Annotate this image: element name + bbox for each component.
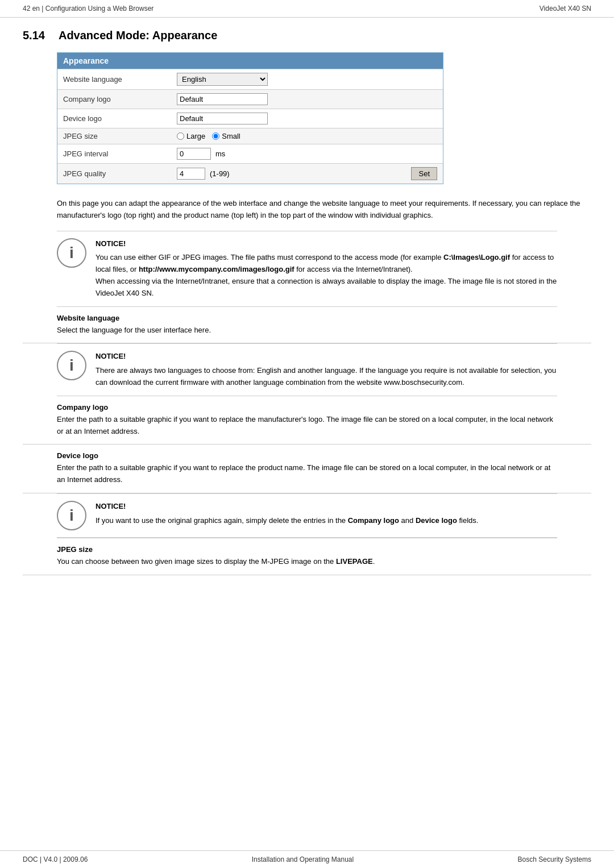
device-logo-row: Device logo (57, 109, 443, 128)
header-right: VideoJet X40 SN (540, 5, 591, 13)
company-logo-section-text: Enter the path to a suitable graphic if … (57, 414, 557, 438)
notice-2-content: NOTICE! There are always two languages t… (96, 351, 557, 388)
jpeg-size-section-text: You can choose between two given image s… (57, 556, 557, 568)
notice-2-block: i NOTICE! There are always two languages… (57, 343, 557, 396)
main-content: 5.14 Advanced Mode: Appearance Appearanc… (0, 18, 614, 587)
website-language-select[interactable]: English (177, 73, 268, 86)
notice-2-text: There are always two languages to choose… (96, 365, 557, 389)
appearance-table-header: Appearance (57, 53, 443, 69)
notice-1-title: NOTICE! (96, 238, 557, 250)
jpeg-interval-row: JPEG interval ms (57, 144, 443, 163)
notice-1-icon: i (57, 238, 86, 268)
notice-2-wrapper: i NOTICE! There are always two languages… (23, 343, 591, 396)
footer-right: Bosch Security Systems (518, 855, 591, 863)
jpeg-size-large-label: Large (186, 132, 205, 140)
device-logo-section-title: Device logo (57, 451, 557, 460)
jpeg-size-row: JPEG size Large Small (57, 128, 443, 144)
company-logo-section: Company logo Enter the path to a suitabl… (23, 396, 591, 445)
company-logo-input[interactable] (177, 93, 268, 105)
jpeg-size-section-title: JPEG size (57, 545, 557, 554)
company-logo-row: Company logo (57, 89, 443, 109)
notice-1-content: NOTICE! You can use either GIF or JPEG i… (96, 238, 557, 300)
notice-2-title: NOTICE! (96, 351, 557, 363)
website-language-section-title: Website language (57, 314, 557, 322)
notice-3-wrapper: i NOTICE! If you want to use the origina… (23, 493, 591, 538)
jpeg-quality-label: JPEG quality (63, 169, 177, 178)
notice-3-company-logo-ref: Company logo (348, 516, 399, 525)
notice-1-wrapper: i NOTICE! You can use either GIF or JPEG… (23, 231, 591, 307)
footer-left: DOC | V4.0 | 2009.06 (23, 855, 88, 863)
jpeg-size-section: JPEG size You can choose between two giv… (23, 538, 591, 575)
header-left: 42 en | Configuration Using a Web Browse… (23, 5, 154, 13)
jpeg-size-value: Large Small (177, 132, 437, 140)
livepage-ref: LIVEPAGE (336, 557, 373, 566)
jpeg-size-small-label: Small (222, 132, 240, 140)
device-logo-input[interactable] (177, 113, 268, 124)
website-language-value: English (177, 73, 437, 86)
device-logo-label: Device logo (63, 114, 177, 123)
notice-1-block: i NOTICE! You can use either GIF or JPEG… (57, 231, 557, 307)
notice-3-content: NOTICE! If you want to use the original … (96, 501, 557, 527)
jpeg-quality-row: JPEG quality (1-99) Set (57, 163, 443, 184)
jpeg-size-radio-group: Large Small (177, 132, 240, 140)
section-number: 5.14 (23, 29, 45, 42)
notice-1-text: You can use either GIF or JPEG images. T… (96, 252, 557, 299)
section-heading: 5.14 Advanced Mode: Appearance (23, 29, 591, 42)
notice-3-device-logo-ref: Device logo (416, 516, 457, 525)
page-footer: DOC | V4.0 | 2009.06 Installation and Op… (0, 850, 614, 868)
device-logo-value (177, 113, 437, 124)
notice-3-title: NOTICE! (96, 501, 557, 513)
device-logo-section-text: Enter the path to a suitable graphic if … (57, 462, 557, 486)
description-text: On this page you can adapt the appearanc… (57, 198, 591, 222)
website-language-section-text: Select the language for the user interfa… (57, 325, 557, 337)
section-title: Advanced Mode: Appearance (59, 29, 217, 42)
jpeg-quality-value: (1-99) Set (177, 167, 437, 180)
jpeg-size-label: JPEG size (63, 132, 177, 140)
website-language-label: Website language (63, 75, 177, 84)
jpeg-quality-range: (1-99) (210, 169, 230, 178)
notice-2-icon: i (57, 351, 86, 380)
website-language-section: Website language Select the language for… (23, 307, 591, 344)
company-logo-label: Company logo (63, 95, 177, 103)
jpeg-size-small-option: Small (212, 132, 240, 140)
notice-3-icon: i (57, 501, 86, 530)
page-header: 42 en | Configuration Using a Web Browse… (0, 0, 614, 18)
company-logo-value (177, 93, 437, 105)
notice-1-path-example: C:\Images\Logo.gif (443, 253, 510, 261)
jpeg-interval-label: JPEG interval (63, 149, 177, 158)
appearance-table: Appearance Website language English Comp… (57, 52, 443, 184)
jpeg-size-large-option: Large (177, 132, 205, 140)
website-language-row: Website language English (57, 69, 443, 89)
notice-1-url-example: http://www.mycompany.com/images/logo.gif (139, 265, 294, 273)
jpeg-size-large-radio[interactable] (177, 132, 184, 140)
jpeg-interval-value: ms (177, 148, 437, 160)
jpeg-interval-input[interactable] (177, 148, 211, 160)
jpeg-interval-unit: ms (215, 149, 225, 158)
jpeg-quality-input[interactable] (177, 168, 205, 180)
footer-center: Installation and Operating Manual (252, 855, 354, 863)
company-logo-section-title: Company logo (57, 403, 557, 412)
notice-3-block: i NOTICE! If you want to use the origina… (57, 493, 557, 538)
device-logo-section: Device logo Enter the path to a suitable… (23, 445, 591, 493)
jpeg-size-small-radio[interactable] (212, 132, 219, 140)
notice-3-text: If you want to use the original graphics… (96, 515, 557, 527)
set-button[interactable]: Set (411, 167, 437, 180)
